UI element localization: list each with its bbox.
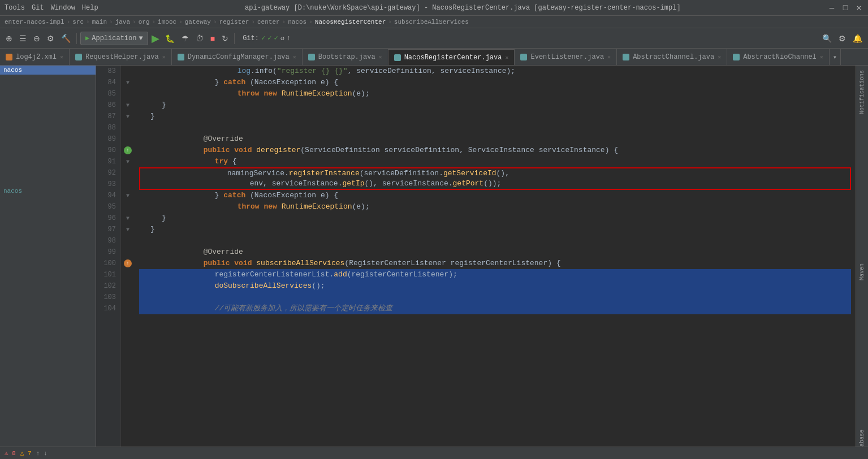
tab-bootstrap[interactable]: Bootstrap.java ✕ bbox=[303, 49, 388, 65]
line-num: 90 bbox=[101, 145, 116, 156]
code-line-87: } bbox=[139, 111, 851, 122]
error-count-label: 8 bbox=[12, 450, 16, 457]
breadcrumb-sep: › bbox=[179, 19, 183, 25]
build-button[interactable]: 🔨 bbox=[59, 32, 73, 45]
gutter-fold[interactable]: ▼ bbox=[121, 156, 135, 167]
breadcrumb-subscribe[interactable]: subscribeAllServices bbox=[394, 19, 469, 25]
run-config-dropdown[interactable]: ▶ Application ▼ bbox=[80, 32, 148, 45]
git-label: Git: bbox=[243, 34, 259, 42]
code-content: log.info("register {} {}", serviceDefini… bbox=[135, 66, 856, 314]
notifications-button[interactable]: 🔔 bbox=[850, 32, 865, 45]
gutter-fold[interactable]: ▼ bbox=[121, 99, 135, 111]
line-num: 88 bbox=[101, 122, 116, 133]
tab-icon-event-listener bbox=[520, 54, 527, 60]
tab-close-nacos-register[interactable]: ✕ bbox=[505, 54, 508, 61]
breadcrumb-sep: › bbox=[132, 19, 136, 25]
navigate-back-button[interactable]: ⊕ bbox=[3, 32, 15, 45]
menu-help[interactable]: Help bbox=[82, 4, 98, 12]
breadcrumb-item[interactable]: org bbox=[139, 19, 150, 25]
line-num: 103 bbox=[101, 292, 116, 303]
line-num: 97 bbox=[101, 224, 116, 235]
warning-indicator: △ 7 bbox=[20, 449, 32, 457]
gutter-cell: ↑ bbox=[121, 258, 135, 269]
line-num: 93 bbox=[101, 179, 116, 190]
tab-close-event-listener[interactable]: ✕ bbox=[607, 54, 611, 60]
maximize-button[interactable]: □ bbox=[841, 3, 850, 12]
menu-git[interactable]: Git bbox=[32, 4, 44, 12]
stop-button[interactable]: ■ bbox=[208, 32, 217, 45]
maven-panel-label[interactable]: Maven bbox=[858, 261, 866, 283]
gutter-fold[interactable]: ▼ bbox=[121, 190, 135, 201]
gutter-fold[interactable]: ▼ bbox=[121, 213, 135, 224]
tab-close-request-helper[interactable]: ✕ bbox=[162, 54, 166, 60]
breadcrumb-item[interactable]: src bbox=[72, 19, 84, 25]
run-button[interactable]: ▶ bbox=[150, 32, 161, 45]
menu-bar[interactable]: Tools Git Window Help bbox=[5, 4, 98, 12]
breadcrumb-item[interactable]: register bbox=[219, 19, 249, 25]
tab-close-dynamic-config[interactable]: ✕ bbox=[293, 54, 296, 60]
tab-abstract-channel[interactable]: AbstractChannel.java ✕ bbox=[617, 49, 727, 65]
navigate-forward-button[interactable]: ⊖ bbox=[31, 32, 42, 45]
code-text: //可能有新服务加入，所以需要有一个定时任务来检查 bbox=[139, 292, 392, 314]
breadcrumb-item[interactable]: java bbox=[115, 19, 130, 25]
navigate-list-button[interactable]: ☰ bbox=[17, 32, 29, 45]
gutter: ▼ ▼ ▼ ↑ ▼ ▼ ▼ ▼ ↑ bbox=[121, 66, 135, 459]
editor-area: 83 84 85 86 87 88 89 90 91 92 93 94 95 9… bbox=[96, 66, 856, 459]
tab-label-abstract-nio: AbstractNioChannel bbox=[743, 53, 817, 61]
notifications-panel-label[interactable]: Notifications bbox=[858, 68, 866, 116]
tab-icon-request-helper bbox=[75, 54, 82, 60]
gutter-fold[interactable]: ▼ bbox=[121, 224, 135, 235]
code-line-98 bbox=[139, 235, 851, 246]
breadcrumb-item[interactable]: main bbox=[92, 19, 107, 25]
git-check-2: ✓ bbox=[267, 34, 271, 42]
gutter-cell bbox=[121, 292, 135, 303]
line-num: 96 bbox=[101, 213, 116, 224]
settings-button[interactable]: ⚙ bbox=[45, 32, 57, 45]
search-button[interactable]: 🔍 bbox=[820, 32, 834, 45]
tab-log4j2[interactable]: log4j2.xml ✕ bbox=[0, 49, 70, 65]
gutter-cell bbox=[121, 122, 135, 133]
tab-close-abstract-channel[interactable]: ✕ bbox=[718, 54, 721, 60]
debug-button[interactable]: 🐛 bbox=[163, 32, 177, 45]
tab-nacos-register[interactable]: NacosRegisterCenter.java ✕ bbox=[388, 49, 515, 65]
gutter-cell bbox=[121, 167, 135, 179]
sidebar-active-item[interactable]: nacos bbox=[0, 66, 96, 75]
menu-window[interactable]: Window bbox=[51, 4, 75, 12]
tab-close-abstract-nio[interactable]: ✕ bbox=[820, 54, 823, 60]
breadcrumb-sep: › bbox=[251, 19, 255, 25]
sidebar-label: nacos bbox=[0, 75, 96, 197]
breadcrumb-nacos-register[interactable]: NacosRegisterCenter bbox=[315, 19, 386, 25]
tab-close-bootstrap[interactable]: ✕ bbox=[379, 54, 382, 60]
breadcrumb-item[interactable]: nacos bbox=[288, 19, 306, 25]
window-controls[interactable]: — □ ✕ bbox=[827, 3, 863, 12]
close-button[interactable]: ✕ bbox=[854, 3, 863, 12]
tab-label-dynamic-config: DynamicConfigManager.java bbox=[188, 53, 290, 61]
run-indicator-2: ↑ bbox=[124, 259, 132, 267]
tab-request-helper[interactable]: RequestHelper.java ✕ bbox=[70, 49, 172, 65]
menu-tools[interactable]: Tools bbox=[5, 4, 25, 12]
breadcrumb-item[interactable]: enter-nacos-impl bbox=[5, 19, 64, 25]
line-num: 85 bbox=[101, 88, 116, 99]
line-num: 100 bbox=[101, 258, 116, 269]
minimize-button[interactable]: — bbox=[827, 3, 836, 12]
tab-event-listener[interactable]: EventListener.java ✕ bbox=[515, 49, 617, 65]
tab-icon-abstract-nio bbox=[733, 54, 740, 60]
tab-close-log4j2[interactable]: ✕ bbox=[60, 54, 63, 60]
gutter-fold[interactable]: ▼ bbox=[121, 111, 135, 122]
line-numbers: 83 84 85 86 87 88 89 90 91 92 93 94 95 9… bbox=[96, 66, 121, 459]
code-text: } bbox=[139, 111, 155, 122]
gutter-fold[interactable]: ▼ bbox=[121, 77, 135, 88]
breadcrumb-item[interactable]: imooc bbox=[158, 19, 176, 25]
title-bar: Tools Git Window Help api-gateway [D:\nu… bbox=[0, 0, 868, 16]
tab-abstract-nio[interactable]: AbstractNioChannel ✕ bbox=[727, 49, 830, 65]
breadcrumb-item[interactable]: gateway bbox=[185, 19, 211, 25]
tab-dynamic-config[interactable]: DynamicConfigManager.java ✕ bbox=[172, 49, 303, 65]
rerun-button[interactable]: ↻ bbox=[219, 32, 231, 45]
gear-settings-button[interactable]: ⚙ bbox=[836, 32, 848, 45]
profile-button[interactable]: ⏱ bbox=[193, 32, 206, 45]
breadcrumb-item[interactable]: center bbox=[257, 19, 280, 25]
coverage-button[interactable]: ☂ bbox=[179, 32, 191, 45]
code-text: namingService.registerInstance(serviceDe… bbox=[140, 157, 509, 190]
tab-label-log4j2: log4j2.xml bbox=[16, 53, 57, 61]
tab-more[interactable]: ▾ bbox=[830, 49, 841, 65]
